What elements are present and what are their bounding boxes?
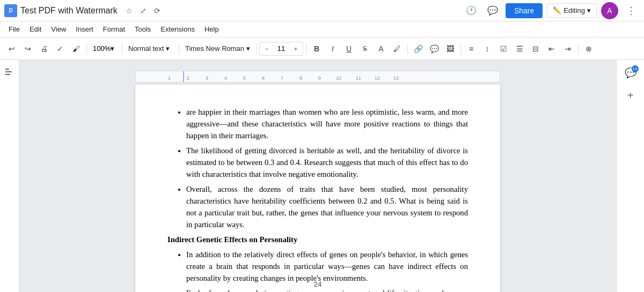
- para-text: In addition to the relatively direct eff…: [186, 250, 468, 282]
- sep-3: [179, 43, 179, 54]
- zoom-value: 100%: [93, 44, 111, 53]
- sep-8: [578, 43, 579, 54]
- title-bar-right: 🕐 💬 Share ✏️ Editing ▾ A ⋮: [463, 2, 640, 19]
- align-button[interactable]: ≡: [464, 41, 479, 56]
- bullet-list-button[interactable]: ☰: [512, 41, 527, 56]
- svg-rect-2: [5, 74, 10, 75]
- image-button[interactable]: 🖼: [443, 41, 458, 56]
- menu-extensions[interactable]: Extensions: [156, 23, 199, 35]
- style-label: Normal text: [128, 44, 164, 53]
- link-button[interactable]: 🔗: [411, 41, 426, 56]
- para-text: are happier in their marriages than wome…: [186, 108, 468, 140]
- spellcheck-button[interactable]: ✓: [53, 41, 68, 56]
- editing-label: Editing: [564, 6, 585, 14]
- menu-bar: File Edit View Insert Format Tools Exten…: [0, 21, 644, 38]
- ruler: 1 2 3 4 5 6 7 8 9 10 11 12 13: [135, 71, 500, 83]
- recent-docs-icon[interactable]: 🕐: [463, 2, 480, 19]
- add-tab-button[interactable]: +: [620, 85, 641, 106]
- list-item: In addition to the relatively direct eff…: [186, 249, 468, 284]
- zoom-select[interactable]: 100% ▾: [90, 42, 119, 55]
- menu-edit[interactable]: Edit: [25, 23, 46, 35]
- redo-button[interactable]: ↪: [20, 41, 35, 56]
- paint-format-button[interactable]: 🖌: [69, 41, 84, 56]
- strikethrough-button[interactable]: S̶: [357, 41, 372, 56]
- chat-badge-count: 19: [632, 65, 639, 72]
- title-icons: ☆ ⤢ ⟳: [124, 5, 163, 16]
- history-icon[interactable]: ⟳: [152, 5, 163, 16]
- content-bullets-bottom: In addition to the relatively direct eff…: [178, 249, 468, 292]
- font-size-decrease[interactable]: −: [262, 44, 271, 53]
- chat-tab-button[interactable]: 💬 19: [620, 62, 641, 84]
- menu-tools[interactable]: Tools: [130, 23, 155, 35]
- font-family-select[interactable]: Times New Roman ▾: [182, 43, 253, 54]
- editing-mode-button[interactable]: ✏️ Editing ▾: [547, 3, 597, 18]
- font-family-chevron: ▾: [246, 44, 250, 53]
- move-icon[interactable]: ⤢: [138, 5, 149, 16]
- title-bar-left: D Test PDF with Watermark ☆ ⤢ ⟳: [4, 4, 163, 17]
- style-chevron: ▾: [166, 44, 170, 53]
- text-color-button[interactable]: A: [374, 41, 389, 56]
- line-spacing-button[interactable]: ↕: [480, 41, 495, 56]
- para-text: Each of us plays a role in creating our …: [186, 289, 468, 292]
- editing-pencil-icon: ✏️: [553, 6, 561, 14]
- checklist-button[interactable]: ☑: [496, 41, 511, 56]
- font-size-input[interactable]: [273, 44, 289, 53]
- editing-chevron-icon: ▾: [587, 6, 591, 14]
- print-button[interactable]: 🖨: [36, 41, 52, 56]
- outline-toggle-icon[interactable]: [2, 64, 17, 79]
- section-heading: Indirect Genetic Effects on Personality: [167, 234, 468, 245]
- style-select[interactable]: Normal text ▾: [125, 43, 176, 54]
- menu-view[interactable]: View: [47, 23, 70, 35]
- underline-button[interactable]: U: [341, 41, 356, 56]
- page-content: are happier in their marriages than wome…: [167, 106, 468, 292]
- document-title[interactable]: Test PDF with Watermark: [20, 6, 118, 16]
- star-icon[interactable]: ☆: [124, 5, 135, 16]
- list-item: Each of us plays a role in creating our …: [186, 287, 468, 292]
- chat-badge: 💬 19: [625, 67, 636, 79]
- menu-insert[interactable]: Insert: [71, 23, 98, 35]
- font-size-box: − +: [259, 42, 303, 56]
- svg-rect-0: [5, 69, 9, 70]
- bold-button[interactable]: B: [309, 41, 324, 56]
- sep-5: [306, 43, 306, 54]
- sep-6: [407, 43, 408, 54]
- page-number: 24: [314, 280, 322, 288]
- toolbar: ↩ ↪ 🖨 ✓ 🖌 100% ▾ Normal text ▾ Times New…: [0, 38, 644, 60]
- menu-file[interactable]: File: [4, 23, 24, 35]
- outline-panel: [0, 60, 19, 292]
- sep-4: [256, 43, 257, 54]
- font-family-label: Times New Roman: [185, 44, 244, 53]
- clear-format-button[interactable]: ⊗: [581, 41, 596, 56]
- para-text: Overall, across the dozens of traits tha…: [186, 185, 468, 229]
- italic-button[interactable]: I: [325, 41, 340, 56]
- list-item: Overall, across the dozens of traits tha…: [186, 183, 468, 230]
- document-area[interactable]: 1 2 3 4 5 6 7 8 9 10 11 12 13: [19, 60, 616, 292]
- zoom-chevron: ▾: [111, 44, 114, 53]
- chat-icon-title[interactable]: 💬: [484, 2, 501, 19]
- content-bullets-top: are happier in their marriages than wome…: [178, 106, 468, 230]
- avatar[interactable]: A: [601, 2, 618, 19]
- list-item: The likelihood of getting divorced is he…: [186, 145, 468, 180]
- app-icon: D: [4, 4, 17, 17]
- indent-increase-button[interactable]: ⇥: [560, 41, 575, 56]
- numbered-list-button[interactable]: ⊟: [528, 41, 543, 56]
- add-tab-icon: +: [627, 89, 634, 102]
- document-page[interactable]: are happier in their marriages than wome…: [135, 85, 500, 292]
- right-tab-panel: 💬 19 +: [616, 60, 644, 292]
- highlight-button[interactable]: 🖊: [390, 41, 405, 56]
- share-button[interactable]: Share: [506, 3, 543, 18]
- menu-format[interactable]: Format: [99, 23, 129, 35]
- menu-help[interactable]: Help: [200, 23, 223, 35]
- undo-button[interactable]: ↩: [4, 41, 19, 56]
- sep-7: [460, 43, 461, 54]
- title-bar: D Test PDF with Watermark ☆ ⤢ ⟳ 🕐 💬 Shar…: [0, 0, 644, 21]
- comment-button[interactable]: 💬: [427, 41, 442, 56]
- list-item: are happier in their marriages than wome…: [186, 106, 468, 141]
- main-area: 1 2 3 4 5 6 7 8 9 10 11 12 13: [0, 60, 644, 292]
- sep-2: [122, 43, 122, 54]
- font-size-increase[interactable]: +: [291, 44, 300, 53]
- para-text: The likelihood of getting divorced is he…: [186, 146, 468, 178]
- svg-rect-1: [5, 71, 12, 72]
- indent-decrease-button[interactable]: ⇤: [544, 41, 559, 56]
- expand-icon[interactable]: ⋮: [623, 2, 640, 19]
